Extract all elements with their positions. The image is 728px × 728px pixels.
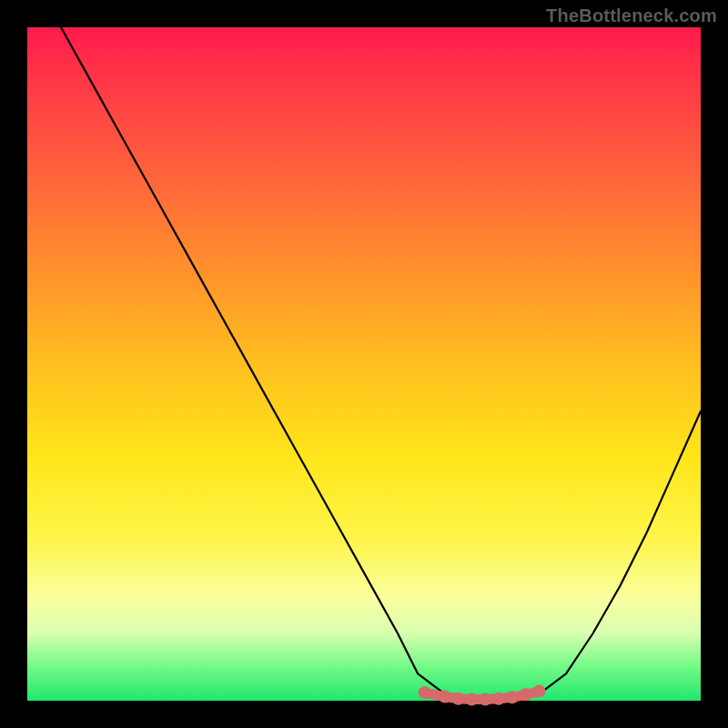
chart-frame: TheBottleneck.com (0, 0, 728, 728)
optimal-marker (520, 688, 532, 701)
plot-area (27, 27, 701, 701)
optimal-marker (506, 691, 519, 703)
curve-path (61, 27, 701, 701)
optimal-marker (492, 693, 505, 705)
optimal-marker (465, 693, 478, 706)
watermark-text: TheBottleneck.com (546, 5, 717, 26)
bottleneck-curve (61, 27, 701, 701)
optimal-marker (419, 686, 431, 699)
optimal-marker (532, 685, 545, 698)
optimal-marker (479, 693, 491, 706)
optimal-marker (439, 691, 451, 703)
chart-svg (27, 27, 701, 701)
optimal-marker (452, 693, 465, 705)
